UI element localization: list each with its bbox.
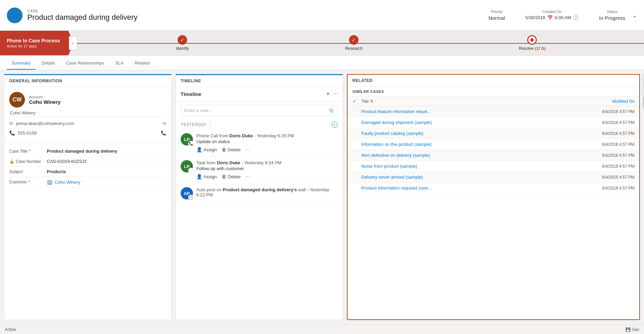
similar-case-date-2: 6/4/2018 4:57 PM — [602, 131, 634, 136]
timeline-content-2: Task from Doris Duke - Yesterday 6:24 PM… — [196, 160, 338, 180]
timeline-badge-2: ✓ — [188, 168, 194, 173]
similar-case-title-1[interactable]: Damaged during shipment (sample) — [361, 120, 599, 125]
col-date[interactable]: Modified On — [612, 99, 634, 104]
record-avatar: 👤 — [7, 8, 23, 23]
time-icon[interactable]: 🕐 — [573, 15, 578, 20]
timeline-title: Timeline — [181, 91, 326, 97]
similar-case-title-3[interactable]: Information on the product (sample) — [361, 142, 599, 147]
timeline-item-actions-1: 👤 Assign 🗑 Delete ··· — [196, 146, 338, 153]
side-icon-book[interactable]: 📖 — [643, 86, 644, 97]
save-icon: 💾 — [626, 327, 631, 332]
phone-icon: 📞 — [9, 130, 15, 136]
related-panel: RELATED SIMILAR CASES ✓ Title ⇅ Modified… — [347, 74, 640, 320]
process-back-button[interactable]: ‹ — [69, 36, 77, 50]
timeline-add-icon[interactable]: + — [326, 91, 330, 98]
side-icon-grid[interactable]: ▦ — [643, 97, 644, 108]
tab-sla[interactable]: SLA — [110, 57, 128, 70]
similar-case-title-7[interactable]: Product information required (sam... — [361, 185, 599, 191]
similar-case-row-2: Faulty product catalog (sample) 6/4/2018… — [348, 128, 639, 139]
identify-label: Identify — [176, 46, 189, 51]
resolve-sub: (17 D) — [535, 46, 546, 51]
account-sub-name: Coho Winery — [9, 110, 166, 115]
status-field: Status In Progress — [599, 10, 625, 21]
account-avatar: CW — [9, 92, 25, 108]
timeline-item-more-2[interactable]: ··· — [246, 173, 250, 180]
timeline-date-header: YESTERDAY ↓ i — [176, 120, 342, 130]
process-label-sub: Active for 17 days — [7, 44, 64, 48]
similar-case-title-0[interactable]: Product feature information requir... — [361, 109, 599, 114]
assign-icon-2: 👤 — [196, 174, 202, 179]
timeline-content-1: Phone Call from Doris Duke - Yesterday 6… — [196, 133, 338, 153]
assign-button-1[interactable]: 👤 Assign — [196, 146, 217, 153]
tab-related[interactable]: Related — [130, 57, 155, 70]
delete-label-2: Delete — [228, 174, 241, 179]
timeline-item-title-3: Auto-post on Product damaged during deli… — [196, 187, 338, 197]
record-type-label: CASE — [27, 9, 488, 13]
save-button[interactable]: 💾 Sav — [626, 327, 639, 332]
timeline-actions: + ··· — [326, 91, 338, 98]
similar-case-date-1: 6/4/2018 4:57 PM — [602, 120, 634, 125]
col-check: ✓ — [352, 99, 359, 104]
timeline-item-actions-2: 👤 Assign 🗑 Delete ··· — [196, 173, 338, 180]
similar-case-date-0: 6/4/2018 4:57 PM — [602, 109, 634, 114]
calendar-icon[interactable]: 📅 — [547, 15, 553, 20]
customer-row: Customer * 🏢 Coho Winery — [9, 177, 166, 187]
similar-case-title-5[interactable]: Noise from product (sample) — [361, 164, 599, 169]
created-time: 6:00 AM — [555, 15, 571, 20]
assign-button-2[interactable]: 👤 Assign — [196, 173, 217, 180]
customer-label: Customer * — [9, 180, 47, 184]
timeline-item-more-1[interactable]: ··· — [246, 147, 250, 153]
delete-button-1[interactable]: 🗑 Delete — [222, 146, 241, 153]
phone-row: 📞 555-0159 📞 — [9, 128, 166, 138]
process-step-identify[interactable]: ✓ Identify — [176, 35, 189, 51]
timeline-item-subtitle-1: Update on status — [196, 139, 338, 144]
tab-case-relationships[interactable]: Case Relationships — [61, 57, 109, 70]
delete-icon-1: 🗑 — [222, 147, 226, 152]
account-section: CW Account Coho Winery Coho Winery ✉ jen… — [4, 87, 171, 143]
phone-value: 555-0159 — [18, 130, 37, 136]
priority-label: Priority — [488, 10, 505, 14]
timeline-info-icon[interactable]: i — [332, 122, 338, 128]
customer-value[interactable]: 🏢 Coho Winery — [47, 179, 166, 185]
similar-case-date-4: 6/4/2018 4:57 PM — [602, 153, 634, 158]
case-title-label: Case Title * — [9, 149, 47, 154]
case-number-label: 🔒 Case Number — [9, 159, 47, 164]
col-title[interactable]: Title ⇅ — [361, 99, 610, 104]
status-bar: Active 💾 Sav — [0, 324, 644, 334]
case-title-required: * — [29, 149, 30, 154]
header-expand-chevron[interactable]: ⌄ — [632, 12, 637, 19]
case-number-value: CAS-01019-K0Z5J3 — [47, 159, 166, 164]
similar-cases-cols: ✓ Title ⇅ Modified On — [348, 97, 639, 106]
page-header: 👤 CASE Product damaged during delivery P… — [0, 0, 644, 31]
delete-label-1: Delete — [228, 147, 241, 152]
tab-summary[interactable]: Summary — [7, 57, 36, 70]
case-title-row: Case Title * Product damaged during deli… — [9, 146, 166, 156]
subject-label: Subject — [9, 169, 47, 174]
case-title-value: Product damaged during delivery — [47, 149, 166, 154]
process-steps: ✓ Identify ✓ Research Resolve (17 D) — [77, 35, 644, 51]
timeline-item-title-2: Task from Doris Duke - Yesterday 6:24 PM — [196, 160, 338, 165]
email-value: jenna.dean@cohowinery.com — [16, 121, 74, 126]
timeline-item-title-1: Phone Call from Doris Duke - Yesterday 6… — [196, 133, 338, 138]
fields-section: Case Title * Product damaged during deli… — [4, 143, 171, 191]
email-icon: ✉ — [9, 121, 13, 126]
timeline-note-input[interactable]: Enter a note... 📎 — [181, 105, 338, 116]
timeline-more-icon[interactable]: ··· — [333, 91, 338, 98]
tab-details[interactable]: Details — [37, 57, 60, 70]
email-action-icon[interactable]: ✉ — [163, 121, 166, 126]
side-icons: ✏ 📖 ▦ — [643, 74, 644, 108]
timeline-sort-arrow[interactable]: ↓ — [209, 122, 212, 127]
similar-case-title-2[interactable]: Faulty product catalog (sample) — [361, 131, 599, 136]
similar-case-title-4[interactable]: Item defective on delivery (sample) — [361, 153, 599, 158]
assign-label-2: Assign — [204, 174, 217, 179]
process-step-resolve[interactable]: Resolve (17 D) — [519, 35, 545, 51]
side-icon-edit[interactable]: ✏ — [643, 74, 644, 85]
process-step-research[interactable]: ✓ Research — [345, 35, 363, 51]
phone-action-icon[interactable]: 📞 — [161, 130, 166, 136]
timeline-item-3: AP 📋 Auto-post on Product damaged during… — [176, 184, 342, 203]
attachment-icon[interactable]: 📎 — [328, 108, 334, 113]
delete-button-2[interactable]: 🗑 Delete — [222, 173, 241, 180]
sort-icon[interactable]: ⇅ — [370, 99, 373, 103]
timeline-section-header: TIMELINE — [176, 75, 342, 87]
similar-case-title-6[interactable]: Delivery never arrived (sample) — [361, 175, 599, 180]
